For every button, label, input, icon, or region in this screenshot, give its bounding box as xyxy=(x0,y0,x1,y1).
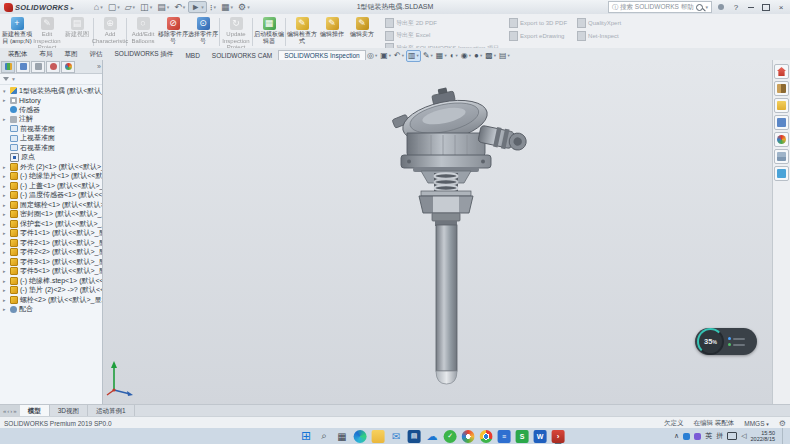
quick-access-button[interactable]: ⁝ ▾ xyxy=(208,1,218,13)
taskbar-app-button[interactable] xyxy=(354,430,367,443)
panel-tab[interactable] xyxy=(16,61,30,73)
tree-item[interactable]: ▸ (-) 绝缘棒.step<1> (默认<<默认> xyxy=(1,276,102,286)
task-pane-button[interactable] xyxy=(774,166,789,181)
ribbon-button[interactable]: ⊘ 移除零件序号 xyxy=(158,15,188,49)
heads-up-button[interactable]: ↶ ▾ xyxy=(393,50,405,62)
command-manager-tab[interactable]: 评估 xyxy=(84,48,109,60)
help-search-box[interactable]: ⓘ 搜索 SOLIDWORKS 帮助 ▾ xyxy=(608,1,712,13)
task-pane-button[interactable] xyxy=(774,98,789,113)
tab-scroll-arrow-icon[interactable]: « xyxy=(3,408,6,414)
taskbar-app-button[interactable]: › xyxy=(552,430,565,443)
units-selector[interactable]: MMGS ▾ xyxy=(744,420,769,427)
logo-flyout-arrow-icon[interactable]: ▸ xyxy=(71,4,74,11)
zoom-percentage-dial[interactable]: 35% xyxy=(697,328,724,355)
expand-arrow-icon[interactable]: ▸ xyxy=(3,221,8,227)
tree-item[interactable]: ▸ History xyxy=(1,96,102,106)
expand-arrow-icon[interactable]: ▸ xyxy=(3,211,8,217)
tray-chevron-icon[interactable]: ∧ xyxy=(674,432,679,440)
tree-item[interactable]: ▸ 零件1<1> (默认<<默认>_显示状态 xyxy=(1,229,102,239)
quick-access-button[interactable]: ↶ ▾ xyxy=(172,1,187,13)
taskbar-app-button[interactable]: S xyxy=(516,430,529,443)
close-button[interactable]: × xyxy=(775,2,787,13)
expand-arrow-icon[interactable]: ▸ xyxy=(3,278,8,284)
graphics-viewport[interactable]: 35% xyxy=(103,60,790,404)
command-manager-tab[interactable]: SOLIDWORKS 插件 xyxy=(109,48,180,60)
tree-root-row[interactable]: ▾ 1型铠装热电偶 (默认<默认_显示状态-1 xyxy=(1,86,102,96)
task-pane-button[interactable] xyxy=(774,115,789,130)
help-button[interactable]: ? xyxy=(730,2,742,13)
command-manager-tab[interactable]: SOLIDWORKS Inspection xyxy=(278,50,366,60)
tree-item[interactable]: ▸ 前视基准面 xyxy=(1,124,102,134)
command-manager-tab[interactable]: MBD xyxy=(179,50,205,60)
expand-arrow-icon[interactable]: ▸ xyxy=(3,116,8,122)
export-button[interactable]: Export to 3D PDF xyxy=(509,18,567,28)
quick-access-button[interactable]: ⚙ ▾ xyxy=(236,1,252,13)
expand-arrow-icon[interactable]: ▸ xyxy=(3,164,8,170)
taskbar-app-button[interactable] xyxy=(372,430,385,443)
tree-item[interactable]: ▸ 上视基准面 xyxy=(1,134,102,144)
volume-icon[interactable]: ◁ xyxy=(741,432,746,440)
quick-access-button[interactable]: ▢ ▾ xyxy=(106,1,122,13)
expand-arrow-icon[interactable]: ▸ xyxy=(3,297,8,303)
heads-up-button[interactable]: ▥ ▾ xyxy=(406,50,421,62)
export-button[interactable]: Export eDrawing xyxy=(509,31,567,41)
expand-arrow-icon[interactable]: ▸ xyxy=(3,202,8,208)
heads-up-button[interactable]: ◐ ▾ xyxy=(449,50,459,62)
task-pane-button[interactable] xyxy=(774,64,789,79)
antivirus-shield-icon[interactable] xyxy=(694,433,701,440)
tree-item[interactable]: ▸ 固定螺栓<1> (默认<<默认>_显示状 xyxy=(1,200,102,210)
heads-up-button[interactable]: ◎ ▾ xyxy=(366,50,378,62)
taskbar-app-button[interactable] xyxy=(480,430,493,443)
ribbon-button[interactable]: ⊙ 选择零件序号 xyxy=(188,15,218,49)
task-pane-button[interactable] xyxy=(774,132,789,147)
panel-tab[interactable] xyxy=(1,61,15,73)
tree-item[interactable]: ▸ 密封圈<1> (默认<<默认>_显示状 xyxy=(1,210,102,220)
taskbar-app-button[interactable]: ⌕ xyxy=(318,430,331,443)
tree-item[interactable]: ▸ (-) 绝缘垫片<1> (默认<<默认>_显 xyxy=(1,172,102,182)
model-thermocouple[interactable] xyxy=(385,87,535,397)
minimize-button[interactable] xyxy=(745,2,757,13)
taskbar-app-button[interactable]: ✉ xyxy=(390,430,403,443)
expand-arrow-icon[interactable]: ▸ xyxy=(3,97,8,103)
tree-item[interactable]: ▸ 零件3<1> (默认<<默认>_显示状态 xyxy=(1,257,102,267)
chevron-down-icon[interactable]: ▾ xyxy=(705,4,708,10)
tree-item[interactable]: ▸ 外壳 (2)<1> (默认<<默认>_显示状 xyxy=(1,162,102,172)
heads-up-button[interactable]: ● ▾ xyxy=(473,50,483,62)
ribbon-button[interactable]: ↻ Update Inspection Project xyxy=(221,15,251,49)
heads-up-button[interactable]: ◉ ▾ xyxy=(460,50,472,62)
tree-item[interactable]: ▸ 保护套<1> (默认<<默认>_显示状 xyxy=(1,219,102,229)
gear-icon[interactable]: ⚙ xyxy=(779,419,786,428)
tree-item[interactable]: ▸ (-) 上盖<1> (默认<<默认>_显示状 xyxy=(1,181,102,191)
search-icon[interactable] xyxy=(696,4,703,11)
chevron-down-icon[interactable]: ▼ xyxy=(11,76,16,82)
expand-arrow-icon[interactable]: ▸ xyxy=(3,259,8,265)
capture-widget-button[interactable] xyxy=(728,337,745,340)
panel-tab[interactable] xyxy=(61,61,75,73)
tree-item[interactable]: ▸ 配合 xyxy=(1,305,102,315)
export-button[interactable]: QualityXpert xyxy=(577,18,621,28)
tree-item[interactable]: ▸ 注解 xyxy=(1,115,102,125)
taskbar-app-button[interactable]: ▤ xyxy=(408,430,421,443)
ribbon-button[interactable] xyxy=(285,18,286,46)
tree-item[interactable]: ▸ (-) 温度传感器<1> (默认<<默认>_ xyxy=(1,191,102,201)
ribbon-button[interactable] xyxy=(252,18,253,46)
taskbar-app-button[interactable] xyxy=(462,430,475,443)
expand-arrow-icon[interactable]: ▸ xyxy=(3,173,8,179)
tree-item[interactable]: ▸ 零件2<1> (默认<<默认>_显示状态 xyxy=(1,238,102,248)
command-manager-tab[interactable]: 布局 xyxy=(34,48,59,60)
taskbar-app-button[interactable]: W xyxy=(534,430,547,443)
tree-item[interactable]: ▸ 原点 xyxy=(1,153,102,163)
quick-access-button[interactable]: ▱ ▾ xyxy=(123,1,137,13)
ribbon-button[interactable]: ▤ 新建视图 xyxy=(62,15,92,49)
ribbon-button[interactable]: ✎ Edit Inspection Project xyxy=(32,15,62,49)
task-pane-button[interactable] xyxy=(774,81,789,96)
user-account-button[interactable] xyxy=(715,2,727,13)
taskbar-app-button[interactable]: ☁ xyxy=(426,430,439,443)
command-manager-tab[interactable]: SOLIDWORKS CAM xyxy=(206,50,278,60)
tab-scroll-arrow-icon[interactable]: » xyxy=(13,408,16,414)
cast-monitor-icon[interactable] xyxy=(727,432,737,440)
tree-item[interactable]: ▸ 零件2<2> (默认<<默认>_显示状态 xyxy=(1,248,102,258)
export-button[interactable]: Net-Inspect xyxy=(577,31,621,41)
quick-access-button[interactable]: ► ▾ xyxy=(188,1,206,13)
show-desktop-button[interactable] xyxy=(782,428,786,444)
